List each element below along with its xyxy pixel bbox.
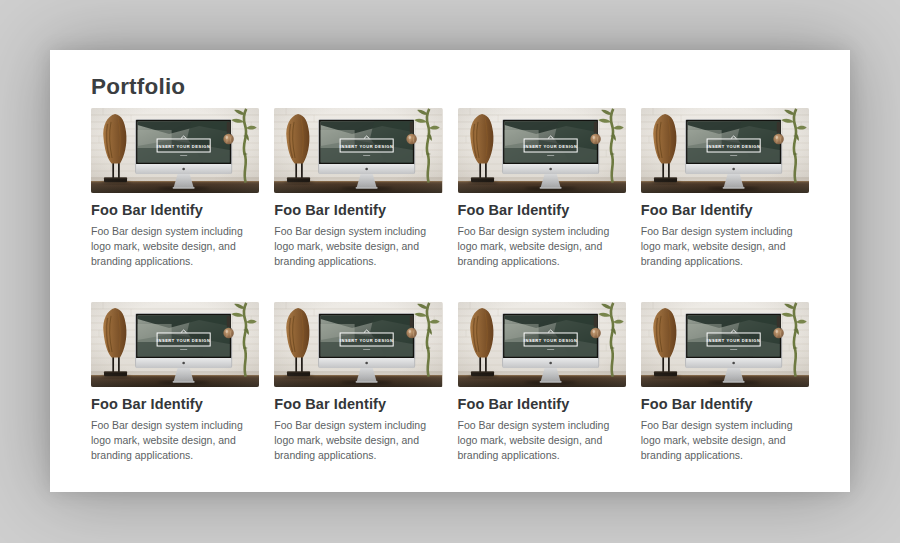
imac-desk-photo xyxy=(641,302,809,387)
imac-desk-photo xyxy=(91,302,259,387)
portfolio-item-title: Foo Bar Identify xyxy=(91,395,259,413)
portfolio-card[interactable]: Foo Bar Identify Foo Bar design system i… xyxy=(458,302,626,463)
portfolio-item-description: Foo Bar design system including logo mar… xyxy=(274,224,442,269)
portfolio-item-description: Foo Bar design system including logo mar… xyxy=(458,224,626,269)
portfolio-item-title: Foo Bar Identify xyxy=(641,201,809,219)
portfolio-card-caption: Foo Bar Identify Foo Bar design system i… xyxy=(91,395,259,463)
portfolio-item-description: Foo Bar design system including logo mar… xyxy=(91,224,259,269)
imac-desk-photo xyxy=(458,302,626,387)
portfolio-item-description: Foo Bar design system including logo mar… xyxy=(641,418,809,463)
portfolio-card[interactable]: Foo Bar Identify Foo Bar design system i… xyxy=(458,108,626,269)
page-title: Portfolio xyxy=(91,75,809,99)
portfolio-card-caption: Foo Bar Identify Foo Bar design system i… xyxy=(274,201,442,269)
portfolio-thumbnail[interactable] xyxy=(91,302,259,387)
portfolio-thumbnail[interactable] xyxy=(458,108,626,193)
portfolio-item-title: Foo Bar Identify xyxy=(274,395,442,413)
portfolio-sheet: Portfolio Foo Bar Identify Foo Bar desig… xyxy=(50,50,850,492)
portfolio-grid: Foo Bar Identify Foo Bar design system i… xyxy=(91,108,809,463)
portfolio-item-description: Foo Bar design system including logo mar… xyxy=(91,418,259,463)
portfolio-thumbnail[interactable] xyxy=(91,108,259,193)
portfolio-item-title: Foo Bar Identify xyxy=(641,395,809,413)
portfolio-item-description: Foo Bar design system including logo mar… xyxy=(274,418,442,463)
portfolio-item-title: Foo Bar Identify xyxy=(458,201,626,219)
portfolio-card[interactable]: Foo Bar Identify Foo Bar design system i… xyxy=(641,302,809,463)
imac-desk-photo xyxy=(274,302,442,387)
imac-desk-photo xyxy=(274,108,442,193)
portfolio-card[interactable]: Foo Bar Identify Foo Bar design system i… xyxy=(274,108,442,269)
portfolio-item-description: Foo Bar design system including logo mar… xyxy=(458,418,626,463)
portfolio-thumbnail[interactable] xyxy=(458,302,626,387)
portfolio-item-title: Foo Bar Identify xyxy=(458,395,626,413)
portfolio-card-caption: Foo Bar Identify Foo Bar design system i… xyxy=(641,395,809,463)
portfolio-card-caption: Foo Bar Identify Foo Bar design system i… xyxy=(91,201,259,269)
portfolio-card-caption: Foo Bar Identify Foo Bar design system i… xyxy=(274,395,442,463)
portfolio-card-caption: Foo Bar Identify Foo Bar design system i… xyxy=(458,395,626,463)
portfolio-card-caption: Foo Bar Identify Foo Bar design system i… xyxy=(641,201,809,269)
portfolio-card[interactable]: Foo Bar Identify Foo Bar design system i… xyxy=(641,108,809,269)
imac-desk-photo xyxy=(458,108,626,193)
portfolio-thumbnail[interactable] xyxy=(274,302,442,387)
portfolio-card[interactable]: Foo Bar Identify Foo Bar design system i… xyxy=(91,302,259,463)
portfolio-card-caption: Foo Bar Identify Foo Bar design system i… xyxy=(458,201,626,269)
portfolio-item-description: Foo Bar design system including logo mar… xyxy=(641,224,809,269)
portfolio-item-title: Foo Bar Identify xyxy=(91,201,259,219)
portfolio-card[interactable]: Foo Bar Identify Foo Bar design system i… xyxy=(91,108,259,269)
imac-desk-photo xyxy=(91,108,259,193)
portfolio-thumbnail[interactable] xyxy=(641,302,809,387)
imac-desk-photo xyxy=(641,108,809,193)
portfolio-thumbnail[interactable] xyxy=(641,108,809,193)
portfolio-thumbnail[interactable] xyxy=(274,108,442,193)
portfolio-card[interactable]: Foo Bar Identify Foo Bar design system i… xyxy=(274,302,442,463)
portfolio-item-title: Foo Bar Identify xyxy=(274,201,442,219)
page-background: Portfolio Foo Bar Identify Foo Bar desig… xyxy=(0,0,900,543)
